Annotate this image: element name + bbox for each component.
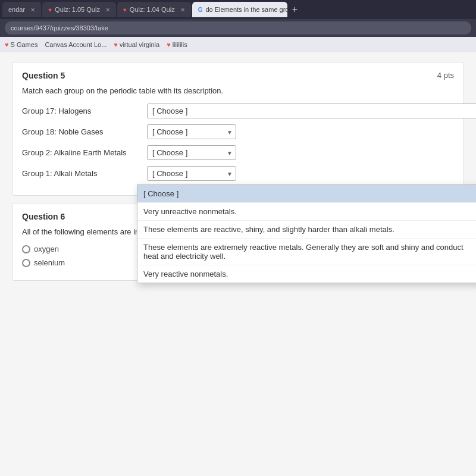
new-tab-button[interactable]: + (289, 4, 301, 15)
address-bar (0, 19, 476, 37)
select-halogens[interactable]: [ Choose ] Very unreactive nonmetals. Th… (147, 104, 476, 118)
heart-icon: ♥ (123, 7, 127, 13)
address-input[interactable] (5, 21, 471, 35)
dropdown-option-extremely-reactive[interactable]: These elements are extremely reactive me… (137, 239, 476, 265)
radio-button-selenium[interactable] (22, 259, 30, 267)
group-label-halogens: Group 17: Halogens (22, 107, 147, 115)
tab-close-icon[interactable]: ✕ (105, 7, 110, 13)
select-wrapper-alkali: [ Choose ] ▼ (147, 166, 236, 181)
bookmark-label: lilililis (173, 41, 187, 48)
content-area: Question 5 4 pts Match each group on the… (0, 52, 476, 476)
browser-chrome: endar ✕ ♥ Quiz: 1.05 Quiz ✕ ♥ Quiz: 1.04… (0, 0, 476, 37)
radio-label-selenium: selenium (34, 258, 65, 267)
tab-bar: endar ✕ ♥ Quiz: 1.05 Quiz ✕ ♥ Quiz: 1.04… (0, 0, 476, 19)
matching-row-noble-gases: Group 18: Noble Gases [ Choose ] ▼ (22, 124, 454, 139)
select-wrapper-halogens: [ Choose ] Very unreactive nonmetals. Th… (147, 104, 476, 118)
bookmark-vv[interactable]: ♥ virtual virginia (114, 41, 159, 48)
question-5-title: Question 5 (22, 71, 65, 80)
question-6-title: Question 6 (22, 212, 65, 221)
bookmark-label: Canvas Account Lo... (45, 41, 107, 48)
tab-endar[interactable]: endar ✕ (2, 2, 41, 17)
bookmark-label: S Games (11, 41, 38, 48)
dropdown-overlay: [ Choose ] Very unreactive nonmetals. Th… (137, 184, 476, 283)
tab-label: endar (8, 6, 25, 13)
group-label-alkali: Group 1: Alkali Metals (22, 169, 147, 178)
select-wrapper-noble-gases: [ Choose ] ▼ (147, 124, 236, 139)
matching-row-alkaline: Group 2: Alkaline Earth Metals [ Choose … (22, 145, 454, 160)
bookmark-canvas[interactable]: Canvas Account Lo... (45, 41, 107, 48)
dropdown-option-choose[interactable]: [ Choose ] (137, 185, 476, 203)
tab-label: do Elements in the same gro... (205, 6, 287, 13)
matching-row-alkali: Group 1: Alkali Metals [ Choose ] ▼ (22, 166, 454, 181)
question-5-header: Question 5 4 pts (22, 71, 454, 80)
tab-close-icon[interactable]: ✕ (180, 7, 185, 13)
tab-label: Quiz: 1.04 Quiz (130, 6, 175, 13)
tab-quiz105[interactable]: ♥ Quiz: 1.05 Quiz ✕ (42, 2, 116, 17)
radio-label-oxygen: oxygen (34, 245, 59, 253)
question-5-pts: 4 pts (437, 71, 454, 80)
heart-icon: ♥ (5, 41, 9, 48)
tab-close-icon[interactable]: ✕ (30, 7, 35, 13)
question-5-block: Question 5 4 pts Match each group on the… (12, 62, 464, 196)
dropdown-option-very-reactive[interactable]: Very reactive nonmetals. (137, 265, 476, 283)
google-icon: G (198, 7, 203, 13)
heart-icon: ♥ (48, 7, 52, 13)
matching-table: Group 17: Halogens [ Choose ] Very unrea… (22, 104, 454, 181)
select-noble-gases[interactable]: [ Choose ] (147, 124, 236, 139)
heart-icon: ♥ (114, 41, 118, 48)
question-5-prompt: Match each group on the periodic table w… (22, 86, 454, 95)
dropdown-option-unreactive[interactable]: Very unreactive nonmetals. (137, 203, 476, 221)
tab-quiz104[interactable]: ♥ Quiz: 1.04 Quiz ✕ (117, 2, 191, 17)
radio-button-oxygen[interactable] (22, 245, 30, 253)
tab-label: Quiz: 1.05 Quiz (55, 6, 100, 13)
select-alkaline[interactable]: [ Choose ] (147, 145, 236, 160)
bookmark-lil[interactable]: ♥ lilililis (167, 41, 187, 48)
heart-icon: ♥ (167, 41, 171, 48)
bookmark-sgames[interactable]: ♥ S Games (5, 41, 37, 48)
bookmark-bar: ♥ S Games Canvas Account Lo... ♥ virtual… (0, 37, 476, 52)
dropdown-option-reactive-shiny[interactable]: These elements are reactive, shiny, and … (137, 221, 476, 239)
select-wrapper-alkaline: [ Choose ] ▼ (147, 145, 236, 160)
group-label-alkaline: Group 2: Alkaline Earth Metals (22, 148, 147, 157)
matching-row-halogens: Group 17: Halogens [ Choose ] Very unrea… (22, 104, 454, 118)
group-label-noble-gases: Group 18: Noble Gases (22, 127, 147, 136)
tab-elements[interactable]: G do Elements in the same gro... ✕ (192, 2, 287, 17)
select-alkali[interactable]: [ Choose ] (147, 166, 236, 181)
bookmark-label: virtual virginia (120, 41, 159, 48)
